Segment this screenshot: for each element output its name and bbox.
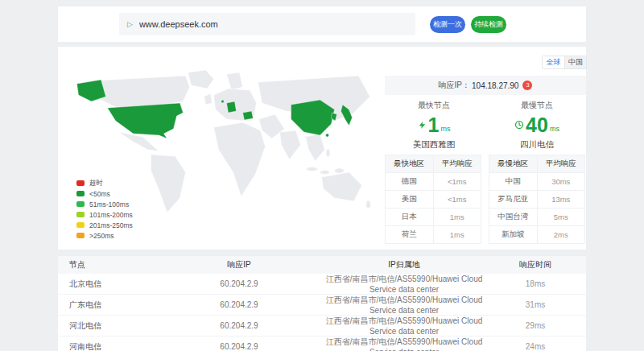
location-cell: 江西省/南昌市/电信/AS55990/Huawei Cloud Service … [324,274,485,295]
legend-item: >250ms [76,230,133,241]
response-ip-label: 响应IP： [439,80,470,91]
legend-swatch-101-200 [76,212,85,217]
legend-label: >250ms [89,232,114,240]
map-taiwan [326,134,329,137]
legend-swatch-timeout [76,180,85,186]
slowest-node-title: 最慢节点 [488,100,586,111]
table-row: 河南电信 60.204.2.9 江西省/南昌市/电信/AS55990/Huawe… [58,337,586,351]
map-usa [108,103,184,138]
tab-global[interactable]: 全球 [543,56,564,68]
scope-tabs: 全球 中国 [542,56,587,69]
map-australia [322,172,362,201]
time-header: 响应时间 [485,256,586,274]
response-ip-value: 104.18.27.90 [472,81,518,90]
map-new-zealand [366,200,371,209]
ip-cell: 60.204.2.9 [155,316,324,337]
fast-table-avg-header: 平均响应 [433,155,481,173]
slowest-node-unit: ms [550,125,559,133]
map-indonesia-2 [320,171,330,175]
map-southeast-asia [306,134,325,161]
region-cell: 中国台湾 [489,209,538,226]
legend-item: 51ms-100ms [76,199,133,209]
legend-item: 101ms-200ms [76,209,133,220]
avg-cell: 1ms [433,209,481,226]
map-scandinavia [227,72,243,90]
clock-icon [514,120,524,130]
location-cell: 江西省/南昌市/电信/AS55990/Huawei Cloud Service … [324,295,485,316]
tab-china[interactable]: 中国 [564,56,586,68]
location-header: IP归属地 [324,256,485,274]
slowest-regions-table: 最慢地区 平均响应 中国 30ms 罗马尼亚 13ms 中国台湾 5ms 新加坡… [489,155,585,244]
node-table-panel: 节点 响应IP IP归属地 响应时间 北京电信 60.204.2.9 江西省/南… [58,256,586,351]
legend-swatch-201-250 [76,222,85,228]
check-once-button[interactable]: 检测一次 [430,16,465,33]
table-row: 中国台湾 5ms [489,209,585,226]
time-cell: 18ms [485,274,586,295]
map-romania [243,111,254,120]
map-canada [97,76,190,108]
table-row: 广东电信 60.204.2.9 江西省/南昌市/电信/AS55990/Huawe… [58,295,586,316]
fastest-node-value: 1 [428,114,440,135]
node-header: 节点 [58,256,155,274]
map-philippines [326,149,330,157]
region-cell: 德国 [386,173,434,191]
avg-cell: 13ms [537,191,585,209]
region-cell: 荷兰 [386,226,434,244]
avg-cell: <1ms [433,191,481,209]
region-cell: 罗马尼亚 [489,191,538,209]
map-india [280,130,301,159]
node-cell: 北京电信 [58,274,155,295]
legend-item: <50ms [76,188,133,199]
ip-count-badge[interactable]: 3 [522,81,532,90]
avg-cell: 2ms [537,226,585,244]
ip-cell: 60.204.2.9 [155,295,324,316]
table-row: 德国 <1ms [386,173,481,191]
map-south-america [151,155,186,213]
ip-header: 响应IP [155,256,324,274]
response-ip-strip: 响应IP： 104.18.27.90 3 [385,76,586,95]
table-row: 罗马尼亚 13ms [489,191,585,209]
legend-label: 201ms-250ms [89,221,133,229]
region-cell: 美国 [386,191,434,209]
node-cell: 河北电信 [58,316,155,337]
time-cell: 29ms [485,316,586,337]
ip-cell: 60.204.2.9 [155,274,324,295]
url-input-wrapper[interactable]: ▷ [119,13,415,35]
continuous-check-button[interactable]: 持续检测 [471,16,506,33]
location-cell: 江西省/南昌市/电信/AS55990/Huawei Cloud Service … [324,337,485,351]
slow-table-avg-header: 平均响应 [537,155,585,173]
map-indonesia [307,167,318,171]
avg-cell: 1ms [433,226,481,244]
map-africa [214,122,266,196]
map-china [291,100,335,135]
region-cell: 日本 [386,209,434,226]
table-row: 河北电信 60.204.2.9 江西省/南昌市/电信/AS55990/Huawe… [58,316,586,337]
region-cell: 新加坡 [489,226,538,244]
slowest-node-panel: 最慢节点 40 ms 四川电信 [488,100,586,151]
avg-cell: 30ms [537,173,585,191]
legend-label: 51ms-100ms [89,200,129,209]
legend-item: 超时 [76,178,133,188]
table-row: 中国 30ms [489,173,585,191]
legend-label: 101ms-200ms [89,211,133,219]
fast-table-region-header: 最快地区 [386,155,434,173]
url-input[interactable] [139,19,407,29]
slowest-node-value: 40 [526,114,548,135]
legend-label: 超时 [89,179,103,188]
legend-item: 201ms-250ms [76,220,133,230]
fastest-node-location: 美国西雅图 [385,139,483,151]
map-germany [227,101,237,113]
region-cell: 中国 [489,173,538,191]
legend-swatch-51-100 [76,201,85,207]
avg-cell: 5ms [537,209,585,226]
result-panel: 全球 中国 超时 [58,47,586,250]
time-cell: 24ms [485,337,586,351]
node-table: 节点 响应IP IP归属地 响应时间 北京电信 60.204.2.9 江西省/南… [58,256,586,351]
legend-swatch-over250 [76,233,85,238]
map-uk [204,93,213,105]
table-row: 日本 1ms [386,209,481,226]
slow-table-region-header: 最慢地区 [489,155,538,173]
location-cell: 江西省/南昌市/电信/AS55990/Huawei Cloud Service … [324,316,485,337]
fastest-node-title: 最快节点 [385,100,483,111]
fastest-node-unit: ms [440,125,450,133]
